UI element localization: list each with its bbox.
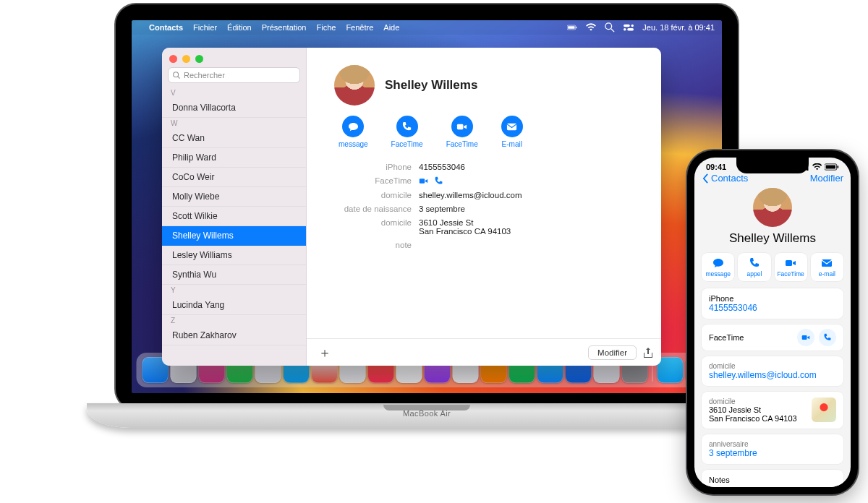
macbook: Contacts Fichier Édition Présentation Fi…	[87, 0, 767, 463]
dock-app-icon[interactable]	[658, 357, 684, 383]
action-facetime-audio[interactable]: FaceTime	[391, 116, 423, 148]
menu-card[interactable]: Fiche	[316, 23, 336, 32]
svg-rect-8	[628, 28, 634, 31]
field-value[interactable]	[419, 176, 644, 186]
card-birthday[interactable]: anniversaire 3 septembre	[702, 434, 843, 464]
modify-button[interactable]: Modifier	[588, 345, 637, 360]
menu-help[interactable]: Aide	[383, 23, 399, 32]
avatar[interactable]	[753, 188, 792, 227]
chip-facetime[interactable]: FaceTime	[775, 253, 807, 281]
contact-name: Shelley Willems	[385, 78, 477, 93]
phone-icon	[401, 121, 412, 132]
iphone-actions: message appel FaceTime e-mail	[694, 253, 851, 288]
card-facetime[interactable]: FaceTime	[702, 324, 843, 351]
facetime-audio-button[interactable]	[819, 329, 836, 346]
field-label: note	[307, 241, 419, 249]
list-section-header: W	[162, 118, 306, 129]
list-section-header: Y	[162, 285, 306, 296]
mail-icon	[506, 121, 517, 132]
svg-rect-21	[786, 260, 792, 266]
control-center-icon[interactable]	[624, 22, 634, 33]
avatar[interactable]	[334, 65, 375, 106]
edit-button[interactable]: Modifier	[810, 173, 843, 184]
svg-rect-2	[576, 27, 577, 28]
menu-window[interactable]: Fenêtre	[346, 23, 373, 32]
battery-icon	[567, 22, 577, 33]
contact-field: FaceTime	[307, 173, 644, 188]
list-item[interactable]: Donna Villacorta	[162, 98, 306, 118]
contacts-sidebar: Rechercher VDonna VillacortaWCC WanPhili…	[162, 48, 307, 366]
list-item[interactable]: Scott Wilkie	[162, 207, 306, 226]
chip-message[interactable]: message	[702, 253, 734, 281]
menu-edit[interactable]: Édition	[227, 23, 252, 32]
svg-point-9	[174, 72, 179, 77]
contact-fields: iPhone4155553046FaceTimedomicileshelley.…	[307, 158, 661, 252]
search-input[interactable]: Rechercher	[168, 67, 300, 83]
contact-field: iPhone4155553046	[307, 160, 644, 173]
field-value[interactable]: shelley.willems@icloud.com	[419, 191, 644, 199]
list-item[interactable]: Synthia Wu	[162, 265, 306, 285]
menu-view[interactable]: Présentation	[262, 23, 307, 32]
menu-file[interactable]: Fichier	[193, 23, 217, 32]
action-email[interactable]: E-mail	[501, 116, 523, 148]
menubar: Contacts Fichier Édition Présentation Fi…	[132, 20, 722, 35]
message-icon	[712, 257, 724, 269]
chip-call[interactable]: appel	[738, 253, 770, 281]
svg-rect-1	[568, 26, 574, 29]
list-item[interactable]: Ruben Zakharov	[162, 326, 306, 345]
search-icon	[173, 72, 181, 79]
phone-icon	[823, 333, 832, 342]
card-address[interactable]: domicile 3610 Jessie St San Francisco CA…	[702, 392, 843, 429]
field-value[interactable]: 3 septembre	[419, 205, 644, 213]
minimize-button[interactable]	[182, 55, 190, 63]
iphone-notch	[736, 158, 809, 173]
field-value[interactable]: 3610 Jessie StSan Francisco CA 94103	[419, 218, 644, 236]
list-item[interactable]: Lesley Williams	[162, 246, 306, 265]
list-item[interactable]: Shelley Willems	[162, 226, 306, 246]
iphone-nav: Contacts Modifier	[694, 172, 851, 185]
card-email[interactable]: domicile shelley.willems@icloud.com	[702, 356, 843, 386]
svg-rect-7	[624, 28, 626, 31]
phone-icon	[749, 257, 760, 269]
field-label: FaceTime	[307, 176, 419, 185]
facetime-video-button[interactable]	[797, 329, 814, 346]
list-item[interactable]: Lucinda Yang	[162, 296, 306, 315]
field-value[interactable]: 4155553046	[419, 163, 644, 171]
svg-rect-22	[822, 259, 832, 267]
svg-point-3	[605, 23, 612, 30]
video-icon	[801, 333, 810, 342]
wifi-icon	[812, 163, 822, 171]
maximize-button[interactable]	[195, 55, 203, 63]
svg-line-10	[178, 76, 180, 78]
wifi-icon[interactable]	[586, 22, 596, 33]
contact-footer: ＋ Modifier	[307, 338, 661, 366]
share-icon[interactable]	[642, 347, 654, 358]
menubar-app[interactable]: Contacts	[149, 23, 183, 32]
list-section-header: Z	[162, 315, 306, 326]
menubar-datetime[interactable]: Jeu. 18 févr. à 09:41	[642, 23, 715, 32]
svg-rect-12	[507, 123, 516, 129]
contact-actions: message FaceTime FaceTime E-mail	[307, 114, 661, 158]
contact-name: Shelley Willems	[729, 231, 816, 246]
svg-rect-13	[420, 179, 425, 184]
action-facetime-video[interactable]: FaceTime	[446, 116, 478, 148]
close-button[interactable]	[169, 55, 177, 63]
card-notes[interactable]: Notes	[702, 470, 843, 487]
spotlight-icon[interactable]	[605, 22, 615, 33]
contacts-list[interactable]: VDonna VillacortaWCC WanPhilip WardCoCo …	[162, 87, 306, 366]
list-item[interactable]: Philip Ward	[162, 148, 306, 168]
contact-field: note	[307, 238, 644, 252]
list-item[interactable]: CC Wan	[162, 129, 306, 148]
card-phone[interactable]: iPhone 4155553046	[702, 288, 843, 319]
phone-icon	[434, 176, 443, 186]
list-item[interactable]: CoCo Weir	[162, 168, 306, 187]
add-button[interactable]: ＋	[314, 344, 336, 361]
chip-email[interactable]: e-mail	[811, 253, 843, 281]
list-item[interactable]: Molly Wiebe	[162, 187, 306, 207]
svg-rect-19	[826, 165, 835, 168]
list-section-header: V	[162, 87, 306, 98]
iphone-contact-header: Shelley Willems	[694, 185, 851, 253]
back-button[interactable]: Contacts	[702, 173, 748, 184]
action-message[interactable]: message	[339, 116, 368, 148]
map-pin-icon[interactable]	[812, 397, 836, 422]
